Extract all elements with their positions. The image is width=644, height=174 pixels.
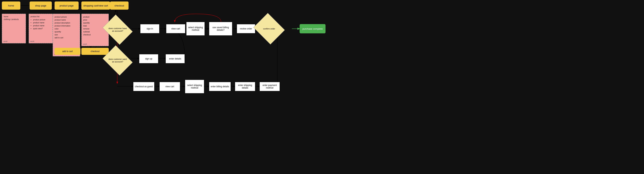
home-author: sarah — [3, 40, 8, 42]
product-page-node: product page — [54, 2, 78, 10]
home-line2: clothing / products — [4, 18, 24, 20]
enter-payment-box: enter payment method — [260, 82, 280, 91]
view-cart2-box: view cart — [160, 82, 180, 91]
view-cart-box: view cart — [166, 24, 185, 33]
shop-item-4: quick view? — [33, 27, 51, 30]
p1: product picture — [54, 16, 78, 19]
p2: product name — [54, 19, 78, 22]
shop-item-1: product picture — [33, 18, 51, 21]
shop-page-node: shop page — [30, 2, 52, 10]
add-to-cart-button[interactable]: add to cart — [54, 48, 80, 55]
sign-in-box: sign in — [140, 24, 160, 33]
confirm-order-diamond: confirm order — [257, 19, 281, 39]
cart-list: product price quantity total remove subt… — [83, 16, 107, 36]
p8: add to cart — [54, 36, 78, 39]
c3: quantity — [83, 22, 107, 25]
sign-up-box: sign up — [139, 54, 158, 63]
c1: product — [83, 16, 107, 19]
shop-item-2: product name — [33, 21, 51, 24]
enter-shipping-box: enter shipping details — [235, 82, 255, 91]
p6: quantity — [54, 30, 78, 33]
select-shipping-box: select shipping method — [186, 22, 205, 36]
checkout-button[interactable]: checkout — [82, 48, 109, 55]
select-shipping2-box: select shipping method — [185, 80, 204, 93]
checkout-guest-box: checkout as guest — [133, 82, 154, 91]
home-line1: home — [4, 16, 24, 18]
shop-item-3: product name — [33, 24, 51, 27]
shop-header: product list — [30, 16, 51, 18]
wants-account-diamond: does customer want an account? — [106, 51, 130, 70]
use-saved-billing-box: use saved billing details? — [209, 22, 232, 36]
product-list: product picture product name product des… — [54, 16, 78, 39]
c2: price — [83, 19, 107, 22]
p5: color — [54, 28, 78, 30]
shopping-cart-node: shopping cart/view cart — [82, 2, 110, 10]
enter-billing-box: enter billing details — [209, 82, 231, 91]
shop-wireframe: product list product picture product nam… — [29, 14, 53, 43]
review-order-box: review order — [237, 24, 255, 33]
home-node: home — [2, 2, 20, 10]
home-wireframe: home clothing / products sarah — [2, 14, 26, 43]
p7: size — [54, 33, 78, 36]
purchase-complete-box: purchase complete — [300, 24, 326, 33]
shop-author: sarah — [30, 40, 34, 42]
c6: subtotal — [83, 30, 107, 33]
checkout-top-node: checkout — [110, 2, 128, 10]
c7: checkout — [83, 33, 107, 36]
shop-list: product picture product name product nam… — [30, 18, 51, 30]
has-account-diamond: does customer have an account? — [106, 20, 130, 39]
enter-details-box: enter details — [166, 54, 185, 63]
cart-author: sarah — [83, 43, 87, 45]
p4: product information — [54, 25, 78, 28]
p3: product description — [54, 22, 78, 25]
